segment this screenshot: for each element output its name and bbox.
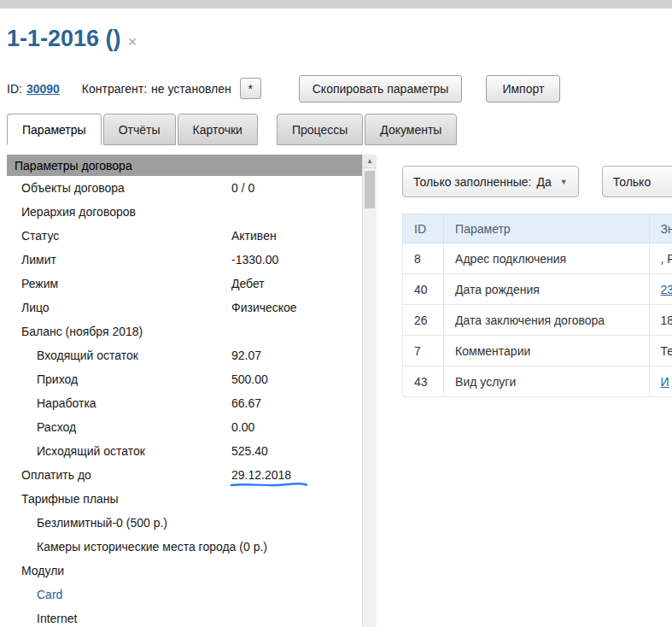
chevron-down-icon: ▼ (560, 178, 568, 186)
scroll-up-icon[interactable]: ▲ (363, 155, 377, 168)
row-modules-header: Модули (7, 559, 362, 583)
main-content: Параметры договора Объекты договора 0 / … (7, 155, 672, 627)
row-outgoing-balance: Исходящий остаток 525.40 (7, 439, 362, 463)
row-value: 29.12.2018 (231, 468, 291, 482)
cell-param: Дата рождения (444, 274, 649, 305)
row-income: Приход 500.00 (7, 367, 362, 391)
row-objects: Объекты договора 0 / 0 (7, 176, 362, 200)
row-label: Лимит (21, 253, 56, 267)
row-value: 525.40 (231, 444, 268, 458)
cell-value: 18 (649, 305, 672, 336)
col-header-param: Параметр (444, 214, 649, 243)
row-label: Режим (21, 277, 58, 290)
row-value: -1330.00 (231, 253, 278, 267)
pay-until-value: 29.12.2018 (231, 468, 291, 482)
row-label: Объекты договора (21, 181, 125, 195)
filter-bar: Только заполненные: Да ▼ Только (402, 166, 672, 197)
left-panel-scrollbar[interactable]: ▲ (362, 155, 377, 627)
cell-id: 26 (403, 305, 444, 336)
cell-id: 8 (403, 243, 444, 274)
row-person: Лицо Физическое (7, 296, 362, 319)
header-toolbar: ID: 30090 Контрагент: не установлен * Ск… (7, 75, 560, 102)
contract-params-panel: Параметры договора Объекты договора 0 / … (7, 155, 377, 627)
row-label: Тарифные планы (21, 492, 119, 506)
tab-parametry[interactable]: Параметры (7, 114, 102, 145)
cell-param: Вид услуги (444, 366, 649, 397)
parameters-table: ID Параметр Значение 8 Адрес подключения… (402, 214, 672, 397)
tab-bar: Параметры Отчёты Карточки Процессы Докум… (7, 114, 459, 145)
filter-filled-value: Да (537, 175, 552, 189)
row-mode: Режим Дебет (7, 272, 362, 296)
cell-param: Адрес подключения (444, 243, 649, 274)
cell-value: Те (649, 336, 672, 366)
row-value: 92.07 (231, 349, 261, 362)
filter-second-label: Только (613, 175, 651, 189)
row-label: Баланс (ноября 2018) (21, 325, 143, 338)
cell-id: 40 (403, 274, 444, 305)
row-module-internet[interactable]: Internet (7, 606, 362, 627)
row-module-card[interactable]: Card (7, 583, 362, 606)
top-strip (0, 0, 672, 9)
filter-second-dropdown[interactable]: Только (602, 166, 672, 197)
row-value: 0.00 (231, 420, 254, 434)
scrollbar-thumb[interactable] (365, 171, 375, 208)
contract-id-label: ID: (7, 82, 22, 96)
col-header-id: ID (403, 214, 444, 243)
import-button[interactable]: Импорт (486, 75, 560, 103)
cell-param: Комментарии (444, 336, 649, 366)
cell-value-link[interactable]: И (661, 375, 669, 389)
cell-value: , Р (649, 243, 672, 274)
page-title: 1-1-2016 () (7, 26, 121, 52)
contragent-value: не установлен (151, 82, 231, 96)
copy-params-button[interactable]: Скопировать параметры (299, 75, 463, 103)
row-balance-header: Баланс (ноября 2018) (7, 319, 362, 343)
table-row[interactable]: 26 Дата заключения договора 18 (403, 305, 672, 336)
table-row[interactable]: 7 Комментарии Те (403, 336, 672, 366)
table-row[interactable]: 8 Адрес подключения , Р (403, 243, 672, 274)
close-icon[interactable]: × (128, 33, 137, 50)
row-tariff-unlimited: Безлимитный-0 (500 р.) (7, 511, 362, 535)
row-label: Исходящий остаток (37, 444, 145, 458)
tab-otchety[interactable]: Отчёты (103, 114, 176, 145)
row-label: Иерархия договоров (21, 205, 136, 219)
tab-dokumenty[interactable]: Документы (365, 114, 457, 145)
row-expense: Расход 0.00 (7, 415, 362, 439)
table-header-row: ID Параметр Значение (403, 214, 672, 243)
row-value: 66.67 (231, 396, 261, 410)
row-limit: Лимит -1330.00 (7, 248, 362, 272)
col-header-value: Значение (649, 214, 672, 243)
filter-filled-dropdown[interactable]: Только заполненные: Да ▼ (402, 166, 579, 197)
row-label: Безлимитный-0 (500 р.) (37, 516, 167, 530)
module-card-link[interactable]: Card (37, 588, 62, 601)
cell-id: 43 (403, 366, 444, 397)
cell-param: Дата заключения договора (444, 305, 649, 336)
table-row[interactable]: 40 Дата рождения 23 (403, 274, 672, 305)
parameters-panel: Только заполненные: Да ▼ Только ID Парам… (377, 155, 672, 627)
module-internet-link[interactable]: Internet (37, 612, 77, 625)
title-row: 1-1-2016 () × (7, 26, 137, 52)
contragent-select-button[interactable]: * (240, 78, 261, 99)
row-label: Оплатить до (21, 468, 91, 482)
row-incoming-balance: Входящий остаток 92.07 (7, 343, 362, 367)
contract-id-link[interactable]: 30090 (26, 82, 60, 96)
panel-header: Параметры договора (7, 155, 362, 176)
contract-params-list: Параметры договора Объекты договора 0 / … (7, 155, 362, 627)
row-label: Входящий остаток (37, 349, 138, 362)
tab-protsessy[interactable]: Процессы (277, 114, 363, 145)
cell-value: И (649, 366, 672, 397)
row-pay-until: Оплатить до 29.12.2018 (7, 463, 362, 487)
row-label: Статус (21, 229, 59, 243)
cell-value-link[interactable]: 23 (661, 283, 672, 296)
cell-id: 7 (403, 336, 444, 366)
row-value: Активен (231, 229, 277, 243)
row-label: Наработка (37, 396, 96, 410)
table-row[interactable]: 43 Вид услуги И (403, 366, 672, 397)
row-label: Камеры исторические места города (0 р.) (37, 540, 267, 554)
row-value: Дебет (231, 277, 265, 290)
row-status: Статус Активен (7, 224, 362, 248)
tab-kartochki[interactable]: Карточки (178, 114, 258, 145)
row-value: 0 / 0 (231, 181, 254, 195)
row-hierarchy: Иерархия договоров (7, 200, 362, 224)
row-label: Приход (37, 372, 78, 386)
row-label: Расход (37, 420, 76, 434)
